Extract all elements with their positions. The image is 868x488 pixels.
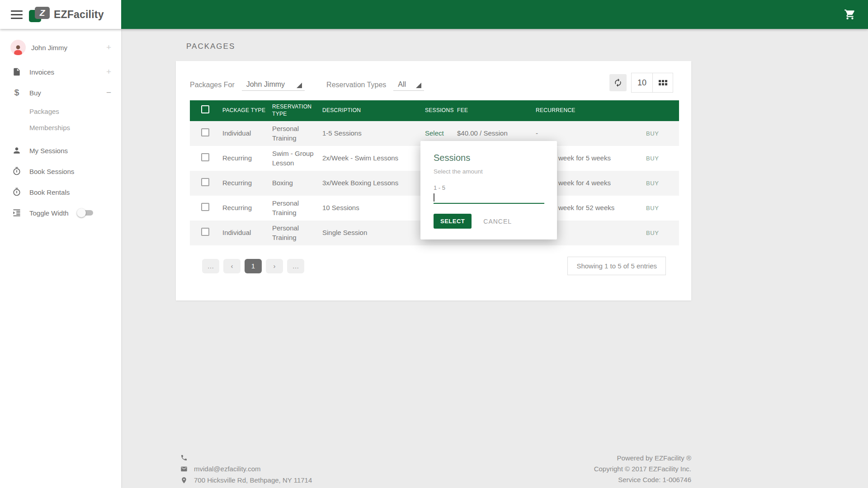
- sidebar-item-packages[interactable]: Packages: [0, 103, 121, 119]
- package-type-cell: Individual: [222, 129, 272, 138]
- top-header-bar: Z EZFacility: [0, 0, 868, 29]
- page-title: PACKAGES: [186, 42, 235, 51]
- stopwatch-icon: [12, 167, 21, 176]
- dialog-title: Sessions: [434, 153, 544, 163]
- collapse-minus-icon[interactable]: −: [106, 88, 111, 98]
- sidebar-item-book-rentals[interactable]: Book Rentals: [0, 182, 121, 202]
- column-header-description: DESCRIPTION: [322, 104, 425, 117]
- footer-email-row: mvidal@ezfacility.com: [180, 463, 312, 474]
- select-all-checkbox[interactable]: [201, 105, 209, 113]
- header-brand-area: Z EZFacility: [0, 0, 121, 29]
- reservation-type-cell: Boxing: [272, 178, 322, 188]
- ez-logo-icon: Z: [29, 7, 50, 22]
- pagination-last-button[interactable]: …: [287, 259, 304, 273]
- sidebar-item-label: Book Sessions: [29, 168, 74, 175]
- sessions-amount-input[interactable]: [434, 192, 544, 204]
- dialog-actions: SELECT CANCEL: [434, 214, 544, 229]
- expand-plus-icon[interactable]: +: [106, 67, 111, 77]
- person-icon: [12, 146, 21, 155]
- footer-email: mvidal@ezfacility.com: [194, 465, 260, 473]
- refresh-icon: [613, 78, 623, 87]
- table-toolbar: 10: [609, 73, 673, 93]
- table-footer: … ‹ 1 › … Showing 1 to 5 of 5 entries: [176, 257, 691, 275]
- row-checkbox[interactable]: [201, 153, 209, 161]
- entries-summary: Showing 1 to 5 of 5 entries: [567, 257, 666, 275]
- reservation-type-cell: Personal Training: [272, 199, 322, 217]
- copyright-text: Copyright © 2017 EZFacility Inc.: [594, 464, 691, 474]
- buy-link[interactable]: BUY: [646, 130, 679, 138]
- row-checkbox[interactable]: [201, 228, 209, 236]
- sidebar-item-user[interactable]: John Jimmy +: [0, 35, 121, 60]
- footer-contact: mvidal@ezfacility.com 700 Hicksville Rd,…: [180, 452, 312, 486]
- sidebar-item-label: Invoices: [29, 68, 54, 76]
- dialog-select-button[interactable]: SELECT: [434, 214, 472, 229]
- buy-link[interactable]: BUY: [646, 155, 679, 163]
- pagination-next-button[interactable]: ›: [266, 259, 283, 273]
- packages-for-label: Packages For: [190, 81, 235, 91]
- text-caret: [434, 193, 434, 202]
- description-cell: 2x/Week - Swim Lessons: [322, 154, 425, 163]
- buy-link[interactable]: BUY: [646, 229, 679, 237]
- sidebar-item-label: Toggle Width: [29, 209, 69, 217]
- location-pin-icon: [180, 476, 188, 484]
- page-size-value[interactable]: 10: [631, 73, 653, 93]
- package-type-cell: Individual: [222, 228, 272, 237]
- recurrence-cell: -: [536, 129, 646, 138]
- sidebar-item-invoices[interactable]: Invoices +: [0, 61, 121, 82]
- row-checkbox[interactable]: [201, 203, 209, 211]
- column-header-sessions: SESSIONS: [425, 104, 457, 117]
- select-sessions-link[interactable]: Select: [425, 129, 444, 137]
- sidebar-item-toggle-width[interactable]: Toggle Width: [0, 202, 121, 223]
- expand-plus-icon[interactable]: +: [106, 42, 111, 52]
- reservation-types-label: Reservation Types: [326, 81, 386, 91]
- sidebar-item-book-sessions[interactable]: Book Sessions: [0, 161, 121, 182]
- logo-text: EZFacility: [54, 9, 104, 21]
- menu-icon[interactable]: [11, 8, 23, 21]
- ezfacility-logo[interactable]: Z EZFacility: [29, 7, 104, 22]
- refresh-button[interactable]: [609, 74, 627, 91]
- row-checkbox[interactable]: [201, 128, 209, 136]
- email-icon: [180, 465, 188, 473]
- shopping-cart-icon[interactable]: [843, 7, 857, 22]
- sidebar-item-my-sessions[interactable]: My Sessions: [0, 140, 121, 161]
- pagination-prev-button[interactable]: ‹: [223, 259, 241, 273]
- dialog-cancel-button[interactable]: CANCEL: [483, 218, 512, 225]
- description-cell: 1-5 Sessions: [322, 129, 425, 138]
- sidebar-item-label: Buy: [29, 89, 41, 97]
- sessions-range-label: 1 - 5: [434, 184, 544, 191]
- packages-for-select[interactable]: John Jimmy: [242, 80, 305, 91]
- buy-link[interactable]: BUY: [646, 179, 679, 188]
- description-cell: Single Session: [322, 228, 425, 237]
- footer-legal: Powered by EZFacility ® Copyright © 2017…: [594, 453, 691, 485]
- grid-view-button[interactable]: [652, 73, 673, 93]
- indent-icon: [12, 208, 21, 217]
- dialog-subtitle: Select the amount: [434, 168, 544, 175]
- grid-icon: [659, 80, 667, 85]
- footer-address-row: 700 Hicksville Rd, Bethpage, NY 11714: [180, 474, 312, 486]
- column-header-recurrence: RECURRENCE: [536, 104, 646, 117]
- pagination-page-1-button[interactable]: 1: [245, 259, 262, 273]
- reservation-types-select[interactable]: All: [393, 80, 424, 91]
- user-name: John Jimmy: [31, 44, 67, 52]
- fee-cell: $40.00 / Session: [457, 129, 536, 138]
- package-type-cell: Recurring: [222, 154, 272, 163]
- package-type-cell: Recurring: [222, 203, 272, 212]
- pagination: … ‹ 1 › …: [202, 259, 304, 273]
- pagination-first-button[interactable]: …: [202, 259, 219, 273]
- table-header-row: PACKAGE TYPE RESERVATION TYPE DESCRIPTIO…: [190, 100, 679, 121]
- sidebar-item-label: My Sessions: [29, 147, 68, 155]
- service-code-text: Service Code: 1-006746: [594, 474, 691, 485]
- description-cell: 10 Sessions: [322, 203, 425, 212]
- dropdown-triangle-icon: [297, 83, 302, 88]
- buy-link[interactable]: BUY: [646, 204, 679, 212]
- toggle-width-switch[interactable]: [77, 208, 94, 217]
- stopwatch-icon: [12, 188, 21, 197]
- sidebar: John Jimmy + Invoices + $ Buy − Packages…: [0, 29, 121, 488]
- sidebar-item-buy[interactable]: $ Buy −: [0, 82, 121, 103]
- row-checkbox[interactable]: [201, 178, 209, 186]
- sidebar-item-memberships[interactable]: Memberships: [0, 119, 121, 136]
- reservation-type-cell: Personal Training: [272, 124, 322, 143]
- column-header-reservation-type: RESERVATION TYPE: [272, 101, 322, 120]
- column-header-fee: FEE: [457, 104, 536, 117]
- powered-by-text: Powered by EZFacility ®: [594, 453, 691, 464]
